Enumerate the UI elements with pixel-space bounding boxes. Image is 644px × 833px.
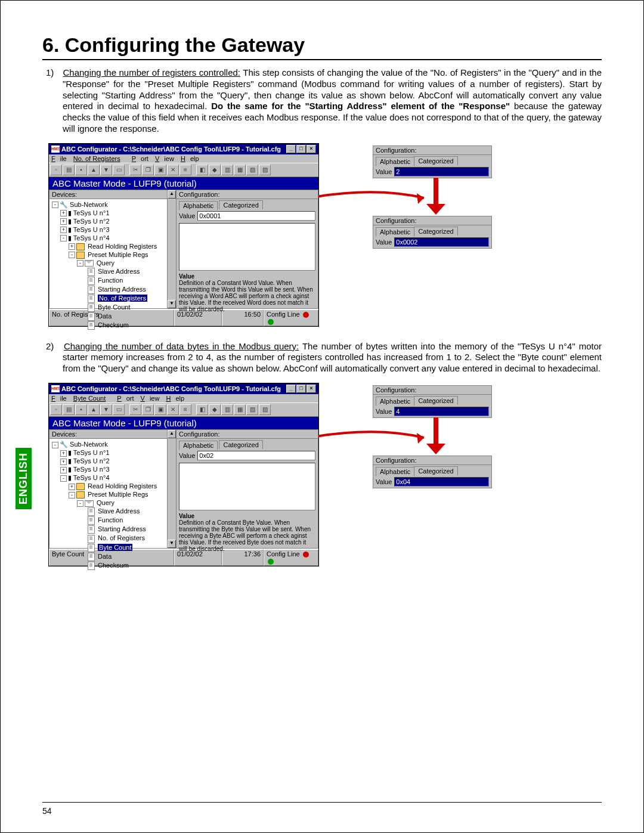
side-value-1a[interactable]: 2 bbox=[394, 167, 489, 176]
app-icon: HMS bbox=[51, 145, 60, 153]
status-dot-red bbox=[303, 312, 309, 318]
menu-view[interactable]: View bbox=[141, 395, 160, 402]
tab-categorized[interactable]: Categorized bbox=[219, 440, 262, 449]
menu-port[interactable]: Port bbox=[132, 155, 148, 162]
menu-file[interactable]: File bbox=[51, 395, 67, 402]
step-2-lead: Changing the number of data bytes in the… bbox=[64, 341, 299, 351]
tb-f[interactable]: ▨ bbox=[259, 165, 271, 175]
side-value-2b[interactable]: 0x04 bbox=[394, 477, 489, 487]
tb-sort[interactable]: ≡ bbox=[179, 165, 191, 175]
window-title-1: ABC Configurator - C:\Schneider\ABC Conf… bbox=[61, 145, 286, 153]
step-1-lead: Changing the number of registers control… bbox=[63, 67, 240, 78]
tb-save[interactable]: ▪ bbox=[75, 165, 87, 175]
tb-save[interactable]: ▪ bbox=[75, 404, 87, 415]
value-row-1: Value 0x0001 bbox=[179, 211, 315, 221]
svg-marker-5 bbox=[426, 444, 445, 454]
language-tab: ENGLISH bbox=[16, 448, 32, 509]
menubar-2[interactable]: File Byte Count Port View Help bbox=[49, 394, 318, 402]
value-description-2: Value Definition of a Constant Byte Valu… bbox=[179, 513, 315, 552]
menubar-1[interactable]: File No. of Registers Port View Help bbox=[49, 154, 318, 163]
step-2-number: 2) bbox=[46, 341, 60, 352]
tb-sort[interactable]: ≡ bbox=[179, 404, 191, 415]
config-listbox-1[interactable] bbox=[179, 223, 315, 271]
config-listbox-2[interactable] bbox=[179, 463, 315, 510]
tb-open[interactable]: ▤ bbox=[63, 404, 75, 415]
tb-f[interactable]: ▨ bbox=[259, 404, 271, 415]
menu-port[interactable]: Port bbox=[117, 395, 134, 402]
menu-file[interactable]: File bbox=[51, 155, 67, 162]
maximize-button[interactable]: □ bbox=[296, 145, 306, 153]
tb-delete[interactable]: ✕ bbox=[167, 165, 179, 175]
devices-tree-1[interactable]: -🔧 Sub-Network +▮ TeSys U n°1 +▮ TeSys U… bbox=[49, 199, 176, 332]
menu-help[interactable]: Help bbox=[181, 155, 199, 162]
tb-copy[interactable]: ❐ bbox=[142, 165, 154, 175]
side-config-2b: Configuration: AlphabeticCategorized Val… bbox=[373, 456, 492, 488]
tb-down[interactable]: ▼ bbox=[100, 404, 112, 415]
document-page: 6. Configuring the Gateway 1) Changing t… bbox=[0, 0, 644, 833]
value-label: Value bbox=[179, 452, 195, 459]
tb-c[interactable]: ▥ bbox=[221, 404, 233, 415]
side-panels-2: Configuration: AlphabeticCategorized Val… bbox=[373, 383, 552, 526]
mode-banner-2: ABC Master Mode - LUFP9 (tutorial) bbox=[49, 417, 318, 429]
menu-help[interactable]: Help bbox=[166, 395, 184, 402]
menu-view[interactable]: View bbox=[155, 155, 174, 162]
tb-b[interactable]: ◆ bbox=[209, 165, 221, 175]
tb-paste[interactable]: ▭ bbox=[113, 165, 125, 175]
minimize-button[interactable]: _ bbox=[286, 145, 296, 153]
titlebar-2[interactable]: HMS ABC Configurator - C:\Schneider\ABC … bbox=[49, 383, 318, 394]
tb-paste[interactable]: ▭ bbox=[113, 404, 125, 415]
tb-e[interactable]: ▧ bbox=[246, 165, 258, 175]
titlebar-1[interactable]: HMS ABC Configurator - C:\Schneider\ABC … bbox=[49, 144, 318, 154]
menu-item[interactable]: No. of Registers bbox=[73, 155, 125, 162]
tree-scrollbar[interactable]: ▲▼ bbox=[167, 430, 176, 548]
tab-categorized[interactable]: Categorized bbox=[219, 200, 262, 209]
side-config-1a: Configuration: AlphabeticCategorized Val… bbox=[373, 145, 492, 178]
maximize-button[interactable]: □ bbox=[296, 385, 306, 393]
page-number: 54 bbox=[42, 806, 52, 816]
value-input-1[interactable]: 0x0001 bbox=[197, 211, 315, 221]
status-dot-green bbox=[268, 319, 274, 325]
tb-new[interactable]: ▫ bbox=[50, 404, 62, 415]
side-panels-1: Configuration: AlphabeticCategorized Val… bbox=[373, 143, 552, 286]
tb-d[interactable]: ▦ bbox=[234, 404, 246, 415]
tb-paste2[interactable]: ▣ bbox=[154, 165, 166, 175]
footer-rule bbox=[42, 802, 602, 803]
close-button[interactable]: × bbox=[306, 385, 316, 393]
tb-cut[interactable]: ✂ bbox=[129, 165, 141, 175]
tb-up[interactable]: ▲ bbox=[88, 404, 100, 415]
tab-alphabetic[interactable]: Alphabetic bbox=[179, 441, 218, 450]
side-value-1b[interactable]: 0x0002 bbox=[394, 237, 489, 247]
status-dot-green bbox=[268, 559, 274, 565]
tree-scrollbar[interactable]: ▲▼ bbox=[167, 190, 176, 308]
close-button[interactable]: × bbox=[306, 145, 316, 153]
tb-d[interactable]: ▦ bbox=[234, 165, 246, 175]
status-dot-red bbox=[303, 552, 309, 558]
tb-open[interactable]: ▤ bbox=[63, 165, 75, 175]
tb-copy[interactable]: ❐ bbox=[142, 404, 154, 415]
tb-delete[interactable]: ✕ bbox=[167, 404, 179, 415]
tb-paste2[interactable]: ▣ bbox=[154, 404, 166, 415]
tb-a[interactable]: ◧ bbox=[196, 404, 208, 415]
side-value-2a[interactable]: 4 bbox=[394, 407, 489, 416]
tb-cut[interactable]: ✂ bbox=[129, 404, 141, 415]
value-description-1: Value Definition of a Constant Word Valu… bbox=[179, 273, 315, 312]
tree-selected-1: No. of Registers bbox=[98, 295, 147, 302]
minimize-button[interactable]: _ bbox=[286, 385, 296, 393]
tb-up[interactable]: ▲ bbox=[88, 165, 100, 175]
step-1-bold: Do the same for the "Starting Address" e… bbox=[211, 101, 510, 111]
menu-item[interactable]: Byte Count bbox=[73, 395, 110, 402]
tb-e[interactable]: ▧ bbox=[246, 404, 258, 415]
tb-down[interactable]: ▼ bbox=[100, 165, 112, 175]
tree-selected-2: Byte Count bbox=[98, 544, 132, 551]
side-config-2a: Configuration: AlphabeticCategorized Val… bbox=[373, 385, 492, 418]
tb-new[interactable]: ▫ bbox=[50, 165, 62, 175]
tab-alphabetic[interactable]: Alphabetic bbox=[179, 201, 218, 210]
mode-banner-1: ABC Master Mode - LUFP9 (tutorial) bbox=[49, 177, 318, 190]
tb-b[interactable]: ◆ bbox=[209, 404, 221, 415]
tb-a[interactable]: ◧ bbox=[196, 165, 208, 175]
value-input-2[interactable]: 0x02 bbox=[197, 451, 315, 460]
devices-tree-2[interactable]: -🔧 Sub-Network +▮ TeSys U n°1 +▮ TeSys U… bbox=[49, 439, 176, 571]
tb-c[interactable]: ▥ bbox=[221, 165, 233, 175]
devices-panel-2: Devices: -🔧 Sub-Network +▮ TeSys U n°1 +… bbox=[49, 429, 177, 549]
step-1-number: 1) bbox=[46, 67, 60, 79]
